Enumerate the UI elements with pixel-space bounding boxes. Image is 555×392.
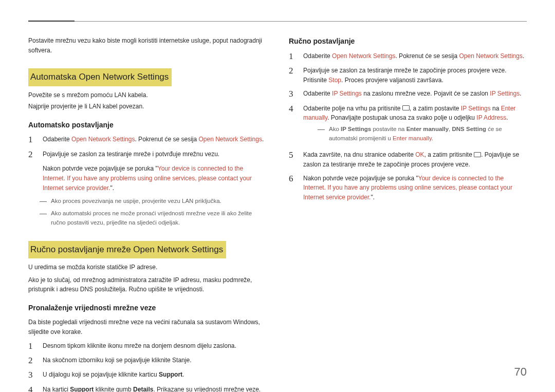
step-number: 2 (289, 66, 296, 85)
t: Odaberite (303, 52, 332, 60)
t: . (432, 135, 433, 141)
heading-find-values: Pronalaženje vrijednosti mrežne veze (28, 303, 266, 314)
t: . Ponavljajte postupak unosa za svako po… (327, 114, 476, 121)
auto-p2: Najprije provjerite je li LAN kabel pove… (28, 102, 266, 111)
step-number: 2 (28, 356, 35, 366)
t: Kada završite, na dnu stranice odaberite (303, 151, 415, 158)
step-body: Pojavljuje se zaslon za testiranje mreže… (43, 150, 266, 193)
step-body: Odaberite Open Network Settings. Pokrenu… (303, 51, 527, 62)
top-rule (28, 21, 527, 22)
t: . (523, 52, 524, 60)
dash-item: ― Ako automatski proces ne može pronaći … (40, 209, 266, 228)
dash-body: Ako IP Settings postavite na Enter manua… (329, 125, 527, 143)
t: , a zatim pritisnite (424, 151, 474, 158)
step-number: 4 (28, 385, 35, 392)
dash-icon: ― (318, 125, 325, 143)
heading-auto-open-network: Automatska Open Network Settings (28, 68, 172, 86)
intro-text: Postavite mrežnu vezu kako biste mogli k… (28, 36, 266, 55)
t: na (491, 105, 501, 112)
dash-icon: ― (40, 209, 47, 228)
left-column: Postavite mrežnu vezu kako biste mogli k… (28, 36, 266, 392)
t: Nakon potvrde veze pojavljuje se poruka … (303, 175, 418, 182)
t: . Prikazane su vrijednosti mrežne veze. (153, 386, 261, 392)
heading-manual-open-network: Ručno postavljanje mreže Open Network Se… (28, 241, 226, 258)
t: . (506, 114, 508, 121)
find-step-4: 4 Na kartici Support kliknite gumb Detai… (28, 385, 266, 392)
bold-text: Support (70, 386, 94, 392)
content-columns: Postavite mrežnu vezu kako biste mogli k… (28, 36, 527, 392)
red-text: Stop (328, 77, 341, 84)
dash-body: Ako proces povezivanja ne uspije, provje… (51, 197, 266, 206)
step-number: 1 (28, 135, 35, 145)
step-body: U dijalogu koji se pojavljuje kliknite k… (43, 370, 266, 380)
bold-text: Support (159, 371, 182, 378)
red-text: OK (415, 151, 424, 158)
red-text: IP Settings (490, 90, 520, 97)
red-text: Open Network Settings (459, 52, 523, 60)
step-body: Desnom tipkom kliknite ikonu mreže na do… (43, 341, 266, 351)
step-number: 6 (289, 174, 296, 202)
rule-thin (75, 21, 527, 22)
t: Odaberite polje na vrhu pa pritisnite (303, 105, 402, 112)
step-body: Odaberite polje na vrhu pa pritisnite , … (303, 104, 527, 146)
t: ". (371, 194, 375, 201)
red-text: IP Settings (461, 105, 491, 112)
man-p1: U uredima se možda koriste statičke IP a… (28, 263, 266, 272)
dash-body: Ako automatski proces ne može pronaći vr… (51, 209, 266, 228)
step-body: Na skočnom izborniku koji se pojavljuje … (43, 356, 266, 366)
red-text: Enter manually (393, 135, 432, 141)
t: Nakon potvrde veze pojavljuje se poruka … (43, 165, 158, 172)
step-body: Odaberite IP Settings na zaslonu mrežne … (303, 89, 527, 99)
rucno-step-2: 2 Pojavljuje se zaslon za testiranje mre… (289, 66, 527, 85)
rucno-step-5: 5 Kada završite, na dnu stranice odaberi… (289, 150, 527, 169)
rucno-step-1: 1 Odaberite Open Network Settings. Pokre… (289, 51, 527, 62)
auto-step-1: 1 Odaberite Open Network Settings. Pokre… (28, 135, 266, 145)
find-step-3: 3 U dijalogu koji se pojavljuje kliknite… (28, 370, 266, 380)
confirm-msg: Nakon potvrde veze pojavljuje se poruka … (43, 164, 266, 193)
t: . (262, 136, 264, 143)
red-text: Open Network Settings (199, 136, 262, 143)
t: Ako (329, 126, 341, 132)
find-p: Da biste pogledali vrijednosti mrežne ve… (28, 318, 266, 337)
bold-text: Details (133, 386, 153, 392)
red-text: Open Network Settings (332, 52, 395, 60)
man-p2: Ako je to slučaj, od mrežnog administrat… (28, 275, 266, 294)
t: ". (110, 184, 114, 192)
t: na zaslonu mrežne veze. Pojavit će se za… (362, 90, 490, 97)
step-body: Odaberite Open Network Settings. Pokrenu… (43, 135, 266, 145)
step-number: 4 (289, 104, 296, 146)
t: Na kartici (43, 386, 70, 392)
dash-item: ― Ako proces povezivanja ne uspije, prov… (40, 197, 266, 206)
bold-text: IP Settings (341, 126, 371, 132)
step-body: Nakon potvrde veze pojavljuje se poruka … (303, 174, 527, 202)
enter-button-icon (402, 105, 410, 110)
red-text: Open Network Settings (71, 136, 135, 143)
step-number: 2 (28, 150, 35, 193)
t: U dijalogu koji se pojavljuje kliknite k… (43, 371, 159, 378)
step-number: 3 (28, 370, 35, 380)
right-column: Ručno postavljanje 1 Odaberite Open Netw… (289, 36, 527, 392)
rucno-step-3: 3 Odaberite IP Settings na zaslonu mrežn… (289, 89, 527, 99)
bold-text: Enter manually (406, 126, 449, 132)
find-step-1: 1 Desnom tipkom kliknite ikonu mreže na … (28, 341, 266, 351)
dash-item: ― Ako IP Settings postavite na Enter man… (318, 125, 527, 143)
step-number: 1 (289, 51, 296, 62)
t: . Proces provjere valjanosti završava. (341, 77, 443, 84)
t: Pojavljuje se zaslon za testiranje mreže… (43, 151, 219, 158)
auto-notes: ― Ako proces povezivanja ne uspije, prov… (40, 197, 266, 227)
heading-rucno: Ručno postavljanje (289, 36, 527, 47)
rule-thick (28, 21, 75, 22)
rucno-step-6: 6 Nakon potvrde veze pojavljuje se poruk… (289, 174, 527, 202)
t: kliknite gumb (94, 386, 133, 392)
t: Odaberite (303, 90, 332, 97)
rucno-step-4: 4 Odaberite polje na vrhu pa pritisnite … (289, 104, 527, 146)
step-number: 5 (289, 150, 296, 169)
bold-text: DNS Setting (452, 126, 486, 132)
dash-icon: ― (40, 197, 47, 206)
t: . (182, 371, 184, 378)
step-body: Kada završite, na dnu stranice odaberite… (303, 150, 527, 169)
step-number: 3 (289, 89, 296, 99)
t: postavite na (371, 126, 406, 132)
red-text: IP Settings (332, 90, 362, 97)
red-text: IP Address (476, 114, 506, 121)
